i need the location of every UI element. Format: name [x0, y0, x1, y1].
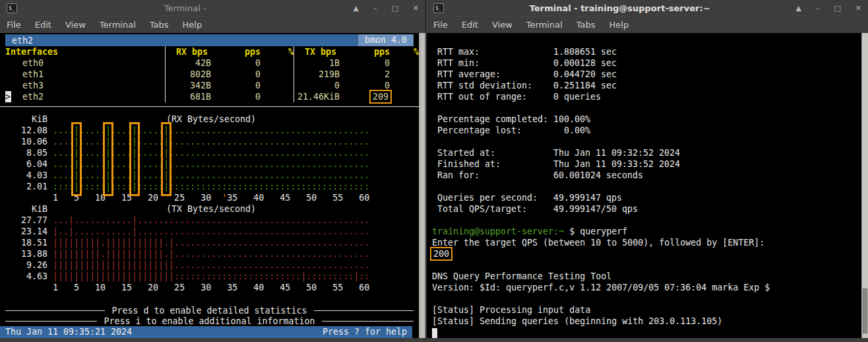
window-border-bottom	[0, 338, 425, 342]
menu-view[interactable]: View	[65, 20, 86, 30]
menubar-right: File Edit View Terminal Tabs Help	[427, 16, 868, 33]
rollup-icon[interactable]: ▲	[353, 4, 358, 13]
prompt-user-host: training@support-server:~	[432, 226, 564, 236]
rollup-icon[interactable]: ▲	[795, 4, 801, 13]
col-tx-pps: pps	[340, 46, 390, 57]
interface-table-header: InterfacesRX bpspps%TX bpspps%	[5, 46, 414, 57]
scrollbar-thumb[interactable]	[420, 34, 425, 337]
qps-question-line: Enter the target QPS (between 10 to 5000…	[432, 237, 857, 248]
qps-answer-line: 200	[432, 248, 857, 259]
selection-cursor: >	[5, 91, 11, 102]
menu-file[interactable]: File	[7, 20, 21, 30]
status-datetime: Thu Jan 11 09:35:21 2024	[5, 326, 132, 338]
status-sending-line: [Status] Sending queries (beginning with…	[432, 316, 857, 327]
menu-tabs[interactable]: Tabs	[150, 20, 169, 30]
rule-line	[5, 321, 97, 322]
output-line-started-at: Started at:Thu Jan 11 09:32:52 2024	[432, 147, 857, 158]
rx-graph-title: (RX Bytes/second)	[53, 114, 369, 125]
output-line-rtt-max: RTT max:1.808651 sec	[432, 46, 857, 57]
highlight-box-tx-pps: 209	[369, 90, 392, 104]
interface-table: InterfacesRX bpspps%TX bpspps% eth042B01…	[5, 46, 414, 102]
col-rx-bps: RX bps	[165, 46, 211, 57]
scrollbar-right-terminal[interactable]	[861, 33, 868, 338]
col-rx-pct: %	[261, 46, 294, 57]
table-row-eth0: eth042B01B0	[5, 57, 414, 69]
menu-edit[interactable]: Edit	[35, 20, 51, 30]
output-line-pct-lost: Percentage lost: 0.00%	[432, 125, 857, 136]
rx-graph-rows: 12.08....|.....|....|.....|.............…	[5, 125, 414, 192]
shell-prompt-line: training@support-server:~ $ queryperf	[432, 226, 857, 237]
bmon-selected-interface: eth2	[12, 36, 33, 46]
output-line-rtt-average: RTT average:0.044720 sec	[432, 69, 857, 80]
tool-version-line: Version: $Id: queryperf.c,v 1.12 2007/09…	[432, 282, 857, 293]
rule-line	[314, 310, 414, 311]
table-row-eth3: eth3342B000	[5, 80, 414, 91]
col-tx-bps: TX bps	[294, 46, 340, 57]
titlebar-left[interactable]: $_ Terminal - ▲ – □ ✕	[0, 0, 425, 16]
col-interfaces: Interfaces	[5, 46, 165, 57]
table-row-eth2-selected: >eth2681B021.46KiB209	[5, 91, 414, 102]
output-line-finished-at: Finished at:Thu Jan 11 09:33:52 2024	[432, 158, 857, 170]
bmon-version: bmon 4.0	[358, 34, 414, 46]
menu-terminal[interactable]: Terminal	[526, 20, 563, 30]
rule-line	[5, 310, 105, 311]
menu-file[interactable]: File	[433, 20, 448, 30]
menu-terminal[interactable]: Terminal	[100, 20, 136, 30]
tx-graph: KiB(TX Bytes/second) 27.77...|..........…	[5, 203, 414, 293]
minimize-icon[interactable]: –	[816, 4, 820, 13]
status-processing-line: [Status] Processing input data	[432, 304, 857, 316]
output-line-rtt-out-of-range: RTT out of range:0 queries	[432, 91, 857, 102]
terminal-screen-bmon[interactable]: eth2 bmon 4.0 InterfacesRX bpspps%TX bps…	[0, 33, 425, 338]
table-row-eth1: eth1802B0219B2	[5, 69, 414, 80]
output-line-total-qps-target: Total QPS/target:49.999147/50 qps	[432, 203, 857, 215]
output-line-rtt-std-deviation: RTT std deviation:0.251184 sec	[432, 80, 857, 91]
tx-unit-label: KiB	[5, 203, 47, 215]
bmon-status-bar: Thu Jan 11 09:35:21 2024 Press ? for hel…	[0, 326, 412, 338]
bmon-header-bar: eth2 bmon 4.0	[5, 34, 414, 46]
maximize-icon[interactable]: □	[834, 4, 840, 13]
menu-view[interactable]: View	[492, 20, 512, 30]
hint-additional-information: Press i to enable additional information	[5, 316, 414, 326]
window-bmon: $_ Terminal - ▲ – □ ✕ File Edit View Ter…	[0, 0, 425, 342]
tx-graph-rows: 27.77...|...........|...................…	[5, 215, 414, 282]
status-help: Press ? for help	[323, 326, 407, 338]
output-line-queries-per-second: Queries per second:49.999147 qps	[432, 192, 857, 203]
close-icon[interactable]: ✕	[413, 4, 419, 13]
rule-line	[322, 321, 414, 322]
cursor-line	[432, 327, 857, 338]
menubar-left: File Edit View Terminal Tabs Help	[0, 16, 425, 33]
highlight-box-qps-answer: 200	[430, 247, 452, 261]
rx-unit-label: KiB	[5, 114, 47, 125]
window-queryperf: $_ Terminal - training@support-server:~ …	[426, 0, 868, 342]
output-line-rtt-min: RTT min:0.000128 sec	[432, 57, 857, 69]
output-line-pct-completed: Percentage completed:100.00%	[432, 114, 857, 125]
titlebar-right[interactable]: $_ Terminal - training@support-server:~ …	[427, 0, 868, 16]
menu-tabs[interactable]: Tabs	[576, 20, 596, 30]
menu-help[interactable]: Help	[183, 20, 202, 30]
axis-marker: '	[222, 193, 227, 203]
maximize-icon[interactable]: □	[391, 4, 398, 13]
window-title-right: Terminal - training@support-server:~	[444, 3, 795, 13]
hint-detailed-statistics: Press d to enable detailed statistics	[5, 305, 414, 316]
output-line-ran-for: Ran for:60.001024 seconds	[432, 170, 857, 181]
terminal-app-icon: $_	[7, 3, 17, 13]
tool-name-line: DNS Query Performance Testing Tool	[432, 271, 857, 282]
menu-edit[interactable]: Edit	[462, 20, 478, 30]
col-tx-pct: %	[390, 46, 419, 57]
scrollbar-thumb[interactable]	[863, 289, 867, 333]
scrollbar-left-terminal[interactable]	[419, 33, 425, 338]
rx-x-axis: 1 5 10 15 20 25 30 '35 40 45 50 55 60	[5, 192, 414, 203]
tx-graph-title: (TX Bytes/second)	[53, 203, 369, 215]
desktop: $_ Terminal - ▲ – □ ✕ File Edit View Ter…	[0, 0, 868, 342]
rx-graph: KiB(RX Bytes/second) 12.08....|.....|...…	[5, 114, 414, 203]
window-border-bottom	[427, 338, 868, 342]
menu-help[interactable]: Help	[609, 20, 629, 30]
tx-x-axis: 1 5 10 15 20 25 30 35 40 45 50 55 60	[5, 282, 414, 293]
terminal-screen-queryperf[interactable]: RTT max:1.808651 sec RTT min:0.000128 se…	[427, 33, 868, 338]
separator-line	[0, 106, 419, 107]
terminal-app-icon: $_	[433, 3, 444, 13]
close-icon[interactable]: ✕	[855, 4, 861, 13]
minimize-icon[interactable]: –	[373, 4, 377, 13]
terminal-cursor	[432, 328, 437, 338]
command-queryperf: queryperf	[580, 226, 627, 236]
